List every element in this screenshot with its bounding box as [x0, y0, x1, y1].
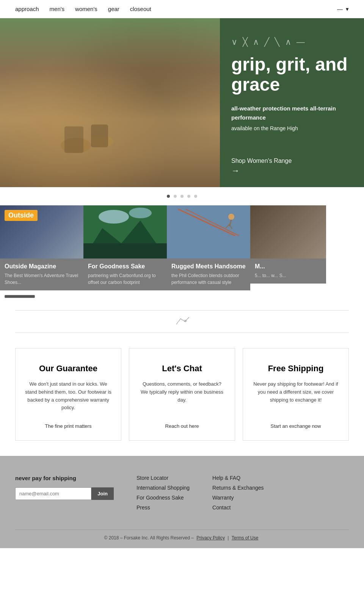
hero-section: ∨ ╳ ∧ ╱ ╲ ∧ — grip, grit, and grace all-… — [0, 18, 364, 187]
card-rugged-desc: the Phil Collection blends outdoor perfo… — [171, 272, 246, 286]
hero-available: available on the Range High — [231, 125, 353, 131]
card-outside-title: Outside Magazine — [5, 263, 79, 270]
chat-body: Questions, comments, or feedback? We typ… — [138, 380, 226, 404]
guarantee-link[interactable]: The fine print matters — [45, 423, 92, 429]
nav-links: approach men's women's gear closeout — [15, 6, 337, 12]
svg-rect-3 — [91, 125, 108, 147]
nav-gear[interactable]: gear — [108, 6, 119, 12]
shipping-body: Never pay shipping for footwear! And if … — [252, 380, 339, 404]
card-goodness-image — [83, 205, 167, 259]
info-row: Our Guarantee We don't just stand in our… — [15, 348, 349, 441]
card-rugged-body: Rugged Meets Handsome the Phil Collectio… — [167, 259, 250, 290]
info-chat: Let's Chat Questions, comments, or feedb… — [129, 348, 235, 441]
dot-3[interactable] — [180, 195, 184, 198]
hero-shop-arrow: → — [231, 166, 353, 176]
card-goodness-title: For Goodness Sake — [88, 263, 162, 270]
footer-help[interactable]: Help & FAQ — [212, 475, 264, 481]
card-outside-body: Outside Magazine The Best Women's Advent… — [0, 259, 83, 290]
card-rugged-title: Rugged Meets Handsome — [171, 263, 246, 270]
join-button[interactable]: Join — [91, 487, 114, 500]
navbar: approach men's women's gear closeout — ▾ — [0, 0, 364, 18]
svg-rect-2 — [64, 126, 83, 153]
section-divider — [15, 310, 349, 333]
newsletter-heading: never pay for shipping — [15, 475, 114, 481]
svg-point-8 — [129, 208, 152, 218]
dot-1[interactable] — [167, 195, 170, 198]
nav-right: — ▾ — [337, 6, 349, 13]
card-rugged[interactable]: Rugged Meets Handsome the Phil Collectio… — [167, 205, 250, 290]
shipping-link[interactable]: Start an exchange now — [271, 423, 321, 429]
svg-point-7 — [99, 210, 129, 224]
footer-newsletter: never pay for shipping Join — [15, 475, 114, 514]
dot-4[interactable] — [187, 195, 190, 198]
hero-shop-label: Shop Women's Range — [231, 158, 353, 164]
privacy-link[interactable]: Privacy Policy — [196, 535, 225, 541]
footer: never pay for shipping Join Store Locato… — [0, 456, 364, 548]
footer-col-2: Help & FAQ Returns & Exchanges Warranty … — [212, 475, 264, 514]
svg-rect-6 — [83, 243, 167, 259]
chat-title: Let's Chat — [162, 364, 202, 374]
footer-goodness[interactable]: For Goodness Sake — [136, 495, 190, 501]
card-goodness-body: For Goodness Sake partnering with Carbon… — [83, 259, 167, 290]
dot-2[interactable] — [174, 195, 177, 198]
svg-point-12 — [228, 214, 234, 220]
card-outside[interactable]: Outside Magazine The Best Women's Advent… — [0, 205, 83, 290]
hero-title: grip, grit, and grace — [231, 55, 353, 95]
nav-chevron-icon[interactable]: ▾ — [346, 6, 349, 13]
hero-boot-graphic — [30, 96, 136, 164]
info-shipping: Free Shipping Never pay shipping for foo… — [243, 348, 349, 441]
hero-shop-link[interactable]: Shop Women's Range → — [231, 158, 353, 176]
info-section: Our Guarantee We don't just stand in our… — [0, 340, 364, 456]
card-more-image — [250, 205, 326, 259]
terms-link[interactable]: Terms of Use — [232, 535, 259, 541]
carousel-dots — [0, 187, 364, 205]
shipping-title: Free Shipping — [268, 364, 324, 374]
nav-dash: — — [337, 6, 343, 12]
footer-links: Store Locator International Shopping For… — [136, 475, 349, 514]
card-outside-desc: The Best Women's Adventure Travel Shoes.… — [5, 272, 79, 286]
cards-section: Outside Magazine The Best Women's Advent… — [0, 205, 364, 303]
email-input[interactable] — [15, 487, 91, 500]
scroll-indicator — [0, 290, 364, 303]
guarantee-body: We don't just stand in our kicks. We sta… — [25, 380, 112, 412]
guarantee-title: Our Guarantee — [39, 364, 97, 374]
card-outside-image — [0, 205, 83, 259]
footer-press[interactable]: Press — [136, 504, 190, 511]
copyright-text: © 2018 – Forsake Inc. All Rights Reserve… — [104, 535, 194, 541]
footer-contact[interactable]: Contact — [212, 504, 264, 511]
hero-panel: ∨ ╳ ∧ ╱ ╲ ∧ — grip, grit, and grace all-… — [220, 18, 364, 187]
footer-international[interactable]: International Shopping — [136, 485, 190, 491]
footer-store-locator[interactable]: Store Locator — [136, 475, 190, 481]
card-rugged-image — [167, 205, 250, 259]
card-goodness-desc: partnering with Carbonfund.org to offset… — [88, 272, 162, 286]
nav-mens[interactable]: men's — [50, 6, 65, 12]
card-more-body: M... 5... to... w... S... — [250, 259, 326, 284]
dot-5[interactable] — [194, 195, 197, 198]
footer-col-1: Store Locator International Shopping For… — [136, 475, 190, 514]
card-more-desc: 5... to... w... S... — [255, 272, 322, 279]
footer-top: never pay for shipping Join Store Locato… — [15, 475, 349, 514]
card-more-title: M... — [255, 263, 322, 270]
card-more[interactable]: M... 5... to... w... S... — [250, 205, 326, 290]
nav-approach[interactable]: approach — [15, 6, 39, 12]
info-guarantee: Our Guarantee We don't just stand in our… — [15, 348, 121, 441]
hero-deco: ∨ ╳ ∧ ╱ ╲ ∧ — — [231, 37, 353, 47]
svg-rect-9 — [167, 205, 250, 259]
hero-subtitle: all-weather protection meets all-terrain… — [231, 104, 353, 122]
footer-bottom: © 2018 – Forsake Inc. All Rights Reserve… — [15, 530, 349, 541]
footer-separator: | — [228, 535, 229, 541]
hero-image — [0, 18, 220, 187]
nav-closeout[interactable]: closeout — [130, 6, 151, 12]
footer-warranty[interactable]: Warranty — [212, 495, 264, 501]
card-goodness[interactable]: For Goodness Sake partnering with Carbon… — [83, 205, 167, 290]
nav-womens[interactable]: women's — [75, 6, 97, 12]
cards-row: Outside Magazine The Best Women's Advent… — [0, 205, 364, 290]
footer-email-row: Join — [15, 487, 114, 500]
chat-link[interactable]: Reach out here — [165, 423, 199, 429]
footer-returns[interactable]: Returns & Exchanges — [212, 485, 264, 491]
brand-logo-mark — [171, 316, 193, 327]
scroll-bar — [5, 295, 35, 298]
